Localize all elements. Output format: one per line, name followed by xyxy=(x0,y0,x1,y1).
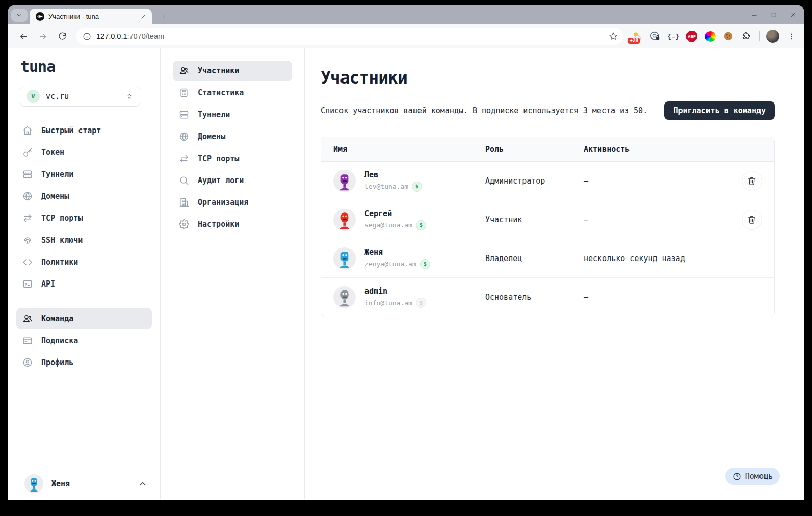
team-icon xyxy=(179,66,189,76)
sidebar-item-tunnels[interactable]: Туннели xyxy=(16,164,152,185)
sidebar-account-group: Команда Подписка Профиль xyxy=(8,308,160,373)
toolbar-divider xyxy=(759,31,760,41)
minimize-button[interactable] xyxy=(749,9,760,20)
forward-button[interactable] xyxy=(35,28,51,44)
team-select[interactable]: V vc.ru xyxy=(20,86,140,107)
column-role: Роль xyxy=(485,145,584,154)
app-logo: tuna xyxy=(20,58,160,75)
new-tab-button[interactable] xyxy=(157,10,170,23)
subnav-item-organization[interactable]: Организация xyxy=(173,192,292,213)
tab-title: Участники - tuna xyxy=(48,13,135,20)
globe-icon xyxy=(179,132,189,142)
globe-icon xyxy=(22,191,33,201)
credit-card-icon xyxy=(22,336,33,346)
table-row: Женя zenya@tuna.am $ Владелец несколько … xyxy=(321,239,774,278)
browser-menu-icon[interactable] xyxy=(783,29,799,44)
subnav-item-statistics[interactable]: Статистика xyxy=(173,83,292,103)
table-row: Сергей sega@tuna.am $ Участник – xyxy=(321,200,774,239)
question-circle-icon xyxy=(732,472,741,481)
subnav-item-audit-logs[interactable]: Аудит логи xyxy=(173,170,292,191)
paid-badge-disabled: $ xyxy=(416,298,426,308)
member-role: Основатель xyxy=(485,293,584,302)
member-email: lev@tuna.am xyxy=(364,183,408,190)
sidebar: tuna V vc.ru Быстрый старт Токен Туннели xyxy=(8,48,161,499)
building-icon xyxy=(179,197,189,208)
color-wheel-extension-icon[interactable] xyxy=(702,29,718,44)
member-email: sega@tuna.am xyxy=(364,221,412,229)
sidebar-item-policies[interactable]: Политики xyxy=(16,251,152,273)
profile-avatar[interactable] xyxy=(765,29,780,44)
sidebar-item-subscription[interactable]: Подписка xyxy=(16,330,152,351)
server-icon xyxy=(179,110,189,120)
member-role: Владелец xyxy=(485,254,584,263)
sidebar-item-profile[interactable]: Профиль xyxy=(16,352,152,373)
current-user-bar[interactable]: Женя xyxy=(8,468,160,499)
home-icon xyxy=(22,125,33,136)
sidebar-item-ssh-keys[interactable]: SSH ключи xyxy=(16,229,152,251)
calculator-icon xyxy=(179,88,189,98)
key-icon xyxy=(22,147,33,158)
delete-member-button[interactable] xyxy=(742,210,762,230)
reload-button[interactable] xyxy=(54,28,70,44)
member-name: Лев xyxy=(364,170,422,179)
table-row: Лев lev@tuna.am $ Администратор – xyxy=(321,162,774,200)
weather-extension-icon[interactable]: +28 xyxy=(629,29,644,44)
help-button[interactable]: Помощь xyxy=(725,468,780,485)
member-activity: – xyxy=(584,215,729,224)
cookie-extension-icon[interactable] xyxy=(721,29,736,44)
adblock-extension-icon[interactable]: ABP xyxy=(684,29,699,44)
tab-search-button[interactable] xyxy=(11,9,28,22)
fingerprint-icon xyxy=(22,235,33,245)
swap-arrows-icon xyxy=(179,153,189,164)
browser-tab[interactable]: Участники - tuna xyxy=(30,9,152,24)
tab-close-icon[interactable] xyxy=(139,12,148,21)
member-email: zenya@tuna.am xyxy=(364,260,416,268)
maximize-button[interactable] xyxy=(768,9,779,20)
member-avatar xyxy=(333,170,356,192)
extensions-puzzle-icon[interactable] xyxy=(739,29,754,44)
site-info-icon[interactable] xyxy=(83,32,91,41)
paid-badge: $ xyxy=(412,182,422,192)
address-bar[interactable]: 127.0.0.1:7070/team xyxy=(76,28,623,45)
sidebar-item-team[interactable]: Команда xyxy=(16,308,152,329)
sidebar-item-api[interactable]: API xyxy=(16,273,152,295)
weather-badge: +28 xyxy=(628,38,640,44)
sidebar-item-quick-start[interactable]: Быстрый старт xyxy=(16,120,152,141)
bookmark-star-icon[interactable] xyxy=(609,32,618,41)
subnav-item-tcp-ports[interactable]: TCP порты xyxy=(173,148,292,169)
close-button[interactable] xyxy=(788,9,799,20)
column-activity: Активность xyxy=(584,145,729,154)
user-name: Женя xyxy=(51,479,129,488)
sidebar-nav: Быстрый старт Токен Туннели Домены TCP п… xyxy=(8,120,160,295)
user-circle-icon xyxy=(22,357,33,368)
subnav-item-settings[interactable]: Настройки xyxy=(173,214,292,235)
member-role: Администратор xyxy=(485,176,584,186)
subnav-item-tunnels[interactable]: Туннели xyxy=(173,105,292,125)
invite-button[interactable]: Пригласить в команду xyxy=(664,101,775,120)
member-activity: несколько секунд назад xyxy=(584,254,729,263)
trash-icon xyxy=(747,176,756,186)
gear-icon xyxy=(179,219,189,229)
member-email: info@tuna.am xyxy=(364,299,412,307)
sidebar-item-token[interactable]: Токен xyxy=(16,142,152,163)
subnav-item-domains[interactable]: Домены xyxy=(173,126,292,147)
browser-window: Участники - tuna 127.0.0.1:7070/team +28… xyxy=(8,5,804,500)
team-select-value: vc.ru xyxy=(46,92,119,101)
password-manager-extension-icon[interactable] xyxy=(647,29,663,44)
search-icon xyxy=(179,175,189,186)
back-button[interactable] xyxy=(15,28,32,44)
sidebar-item-tcp-ports[interactable]: TCP порты xyxy=(16,208,152,229)
subnav-item-members[interactable]: Участники xyxy=(173,61,292,81)
delete-member-button[interactable] xyxy=(742,171,762,191)
table-header: Имя Роль Активность xyxy=(321,137,774,162)
chevron-up-icon xyxy=(138,479,148,489)
trash-icon xyxy=(747,215,756,224)
url-text[interactable]: 127.0.0.1:7070/team xyxy=(96,32,604,40)
braces-extension-icon[interactable]: {≡} xyxy=(666,29,681,44)
paid-badge: $ xyxy=(420,259,430,269)
main-content: Участники Список участников вашей команд… xyxy=(305,48,804,499)
code-icon xyxy=(22,257,33,267)
member-name: admin xyxy=(364,287,426,296)
sidebar-item-domains[interactable]: Домены xyxy=(16,186,152,207)
member-activity: – xyxy=(584,293,729,302)
